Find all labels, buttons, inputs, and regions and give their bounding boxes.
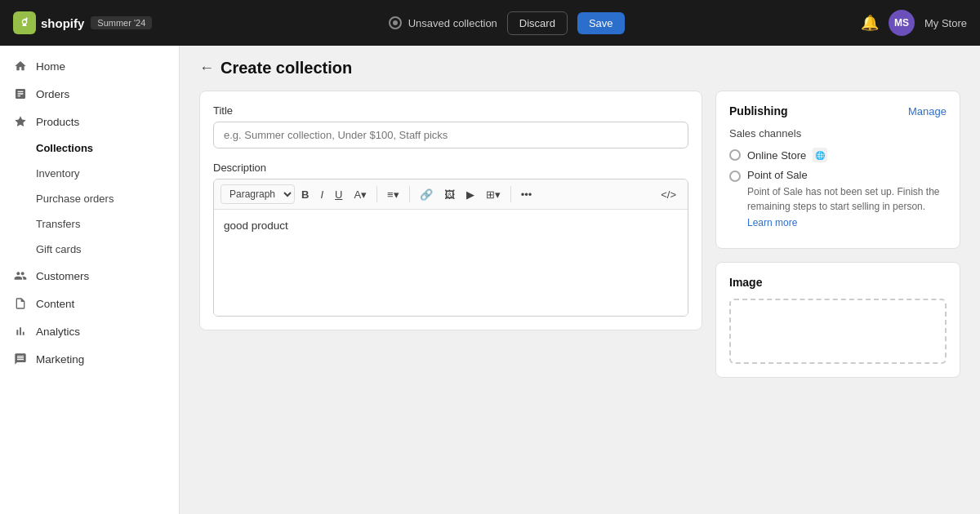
image-card: Image	[715, 262, 960, 378]
sidebar-item-transfers[interactable]: Transfers	[0, 211, 179, 237]
manage-link[interactable]: Manage	[908, 105, 947, 117]
underline-button[interactable]: U	[330, 185, 347, 204]
store-badge: Summer '24	[91, 16, 152, 29]
sidebar-label-orders: Orders	[36, 88, 69, 100]
marketing-icon	[13, 352, 28, 366]
content-grid: Title Description Paragraph B I U A▾	[199, 91, 960, 378]
toolbar-divider-1	[376, 186, 377, 202]
sidebar-label-content: Content	[36, 298, 74, 310]
sidebar-item-content[interactable]: Content	[0, 290, 179, 317]
online-store-icon: 🌐	[813, 148, 827, 162]
description-label: Description	[213, 162, 688, 174]
topbar-right: 🔔 MS My Store	[861, 10, 967, 36]
sales-channels-label: Sales channels	[729, 127, 947, 140]
sidebar: Home Orders Products Collections Invento…	[0, 46, 180, 514]
pos-name: Point of Sale	[747, 169, 947, 181]
analytics-icon	[13, 324, 28, 339]
main-content: ← Create collection Title Description Pa…	[180, 46, 980, 514]
italic-button[interactable]: I	[315, 185, 328, 204]
shopify-icon	[13, 11, 36, 34]
image-button[interactable]: 🖼	[439, 185, 460, 204]
mystore-label: My Store	[924, 17, 967, 29]
sidebar-label-transfers: Transfers	[36, 218, 80, 230]
sidebar-label-gift-cards: Gift cards	[36, 243, 82, 255]
channel-online-store: Online Store 🌐	[729, 148, 947, 162]
sidebar-item-collections[interactable]: Collections	[0, 135, 179, 161]
unsaved-icon	[389, 16, 402, 29]
pos-desc: Point of Sale has not been set up. Finis…	[747, 184, 947, 214]
shopify-logo: shopify	[13, 11, 84, 34]
sidebar-item-marketing[interactable]: Marketing	[0, 345, 179, 373]
pos-info: Point of Sale Point of Sale has not been…	[747, 169, 947, 228]
toolbar-divider-3	[510, 186, 511, 202]
right-column: Publishing Manage Sales channels Online …	[715, 91, 960, 378]
publishing-title: Publishing	[729, 104, 788, 117]
image-title: Image	[729, 276, 947, 289]
image-dropzone[interactable]	[729, 299, 947, 364]
layout: Home Orders Products Collections Invento…	[0, 46, 980, 514]
toolbar-divider-2	[409, 186, 410, 202]
online-store-name: Online Store 🌐	[747, 148, 827, 162]
unsaved-label: Unsaved collection	[408, 17, 497, 29]
logo-area: shopify Summer '24	[13, 11, 152, 34]
link-button[interactable]: 🔗	[415, 185, 438, 204]
sidebar-item-inventory[interactable]: Inventory	[0, 161, 179, 186]
online-store-info: Online Store 🌐	[747, 148, 827, 162]
notification-icon[interactable]: 🔔	[861, 14, 879, 32]
unsaved-indicator: Unsaved collection	[389, 16, 497, 29]
sidebar-label-collections: Collections	[36, 142, 93, 154]
title-label: Title	[213, 104, 688, 117]
sidebar-item-home[interactable]: Home	[0, 52, 179, 80]
sidebar-label-inventory: Inventory	[36, 167, 79, 179]
table-button[interactable]: ⊞▾	[481, 185, 506, 204]
save-button[interactable]: Save	[577, 12, 625, 34]
align-button[interactable]: ≡▾	[382, 185, 404, 204]
sidebar-label-purchase-orders: Purchase orders	[36, 193, 114, 205]
home-icon	[13, 59, 28, 73]
topbar: shopify Summer '24 Unsaved collection Di…	[0, 0, 980, 46]
publishing-card: Publishing Manage Sales channels Online …	[715, 91, 960, 249]
page-title: Create collection	[220, 59, 352, 78]
more-button[interactable]: •••	[516, 185, 537, 204]
customers-icon	[13, 268, 28, 283]
paragraph-select[interactable]: Paragraph	[220, 184, 295, 204]
editor-body[interactable]: good product	[214, 210, 688, 316]
sidebar-item-gift-cards[interactable]: Gift cards	[0, 237, 179, 262]
pos-radio[interactable]	[729, 171, 741, 182]
publishing-header: Publishing Manage	[729, 104, 947, 117]
avatar[interactable]: MS	[889, 10, 915, 36]
sidebar-item-products[interactable]: Products	[0, 108, 179, 135]
orders-icon	[13, 86, 28, 101]
description-editor: Paragraph B I U A▾ ≡▾ 🔗 🖼 ▶	[213, 179, 688, 317]
sidebar-item-orders[interactable]: Orders	[0, 80, 179, 108]
channel-pos: Point of Sale Point of Sale has not been…	[729, 169, 947, 228]
sidebar-label-products: Products	[36, 116, 79, 128]
sidebar-label-home: Home	[36, 60, 65, 73]
sidebar-label-customers: Customers	[36, 270, 89, 282]
editor-toolbar: Paragraph B I U A▾ ≡▾ 🔗 🖼 ▶	[214, 179, 688, 210]
sidebar-item-purchase-orders[interactable]: Purchase orders	[0, 186, 179, 211]
learn-more-link[interactable]: Learn more	[747, 217, 947, 228]
title-card: Title Description Paragraph B I U A▾	[199, 91, 702, 330]
content-icon	[13, 296, 28, 311]
font-color-button[interactable]: A▾	[349, 185, 372, 204]
title-input[interactable]	[213, 122, 688, 148]
topbar-center: Unsaved collection Discard Save	[162, 11, 851, 35]
video-button[interactable]: ▶	[461, 185, 479, 204]
code-button[interactable]: </>	[656, 185, 681, 204]
sidebar-label-marketing: Marketing	[36, 353, 84, 366]
left-column: Title Description Paragraph B I U A▾	[199, 91, 702, 330]
bold-button[interactable]: B	[296, 185, 314, 204]
products-icon	[13, 114, 28, 129]
discard-button[interactable]: Discard	[507, 11, 568, 35]
back-button[interactable]: ←	[199, 60, 214, 77]
page-header: ← Create collection	[199, 59, 960, 78]
brand-name: shopify	[41, 16, 84, 30]
editor-content: good product	[224, 219, 288, 232]
sidebar-label-analytics: Analytics	[36, 326, 80, 338]
sidebar-item-customers[interactable]: Customers	[0, 262, 179, 290]
online-store-radio[interactable]	[729, 149, 741, 161]
sidebar-item-analytics[interactable]: Analytics	[0, 317, 179, 345]
